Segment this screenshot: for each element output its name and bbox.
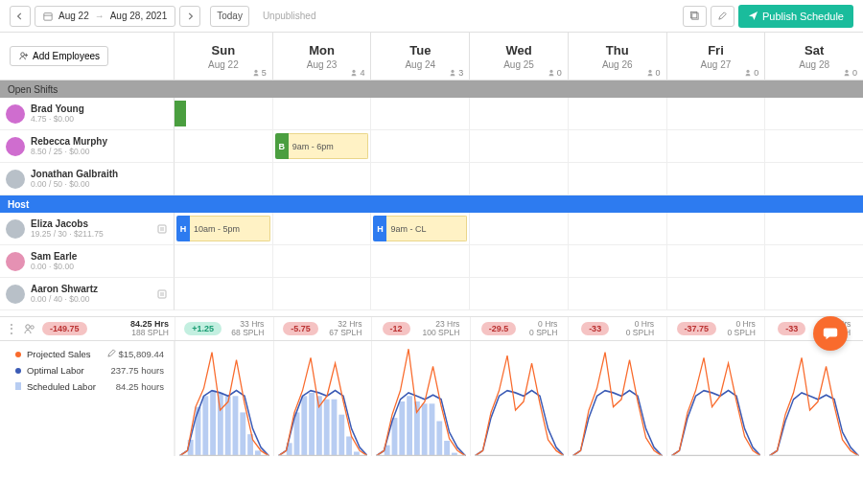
svg-rect-26 [210, 391, 216, 456]
svg-rect-50 [392, 418, 398, 456]
schedule-cell[interactable] [765, 98, 863, 130]
schedule-cell[interactable] [470, 98, 569, 130]
section-host[interactable]: Host [0, 195, 863, 213]
shift-tag: H [373, 216, 386, 241]
employee-name[interactable]: Brad Young [31, 103, 84, 114]
schedule-cell[interactable] [667, 130, 766, 163]
employee-row: Aaron Shwartz0.00 / 40 · $0.00 [0, 278, 863, 310]
employee-name[interactable]: Jonathan Galbraith [31, 169, 118, 179]
legend-value: 237.75 hours [111, 365, 164, 376]
schedule-cell[interactable]: B 9am - 6pm [273, 130, 372, 163]
day-stat-cell: +1.2533 Hrs68 SPLH [175, 317, 273, 340]
note-icon[interactable] [156, 223, 168, 235]
employee-name[interactable]: Eliza Jacobs [31, 218, 104, 229]
schedule-cell[interactable] [569, 130, 667, 163]
schedule-cell[interactable] [470, 213, 569, 245]
shift-tag: B [275, 133, 289, 159]
today-button[interactable]: Today [210, 6, 249, 27]
schedule-cell[interactable] [175, 98, 273, 130]
next-week-button[interactable] [179, 6, 200, 27]
note-icon[interactable] [156, 288, 168, 300]
employee-meta: 0.00 · $0.00 [31, 262, 77, 271]
employee-name[interactable]: Rebecca Murphy [31, 136, 107, 147]
schedule-cell[interactable] [371, 245, 470, 278]
svg-rect-38 [301, 396, 307, 456]
schedule-cell[interactable] [765, 213, 863, 245]
dot-icon [15, 352, 21, 357]
schedule-cell[interactable] [765, 278, 863, 310]
edit-schedule-button[interactable] [711, 6, 735, 27]
day-header-sat[interactable]: SatAug 28 0 [765, 33, 863, 80]
schedule-cell[interactable] [371, 278, 470, 310]
schedule-cell[interactable] [765, 163, 863, 195]
schedule-cell[interactable] [273, 245, 372, 278]
schedule-cell[interactable] [175, 163, 273, 195]
schedule-cell[interactable] [470, 245, 569, 278]
legend-label: Optimal Labor [27, 365, 84, 376]
day-header-sun[interactable]: Sun Aug 22 5 [175, 33, 273, 80]
schedule-cell[interactable] [765, 130, 863, 163]
prev-week-button[interactable] [10, 6, 31, 27]
people-icon [23, 322, 36, 335]
employee-name[interactable]: Sam Earle [31, 251, 77, 262]
schedule-cell[interactable] [569, 98, 667, 130]
schedule-cell[interactable] [470, 163, 569, 195]
employee-name[interactable]: Aaron Shwartz [31, 284, 98, 294]
schedule-cell[interactable] [667, 245, 766, 278]
shift-block[interactable]: B 9am - 6pm [275, 133, 369, 159]
pencil-icon[interactable] [107, 349, 116, 357]
week-splh: 188 SPLH [130, 329, 169, 337]
svg-point-8 [353, 70, 356, 73]
schedule-cell[interactable] [569, 278, 667, 310]
person-plus-icon [18, 51, 29, 61]
schedule-cell[interactable] [470, 278, 569, 310]
schedule-cell[interactable] [273, 278, 372, 310]
shift-block[interactable]: H9am - CL [373, 216, 467, 241]
add-employees-button[interactable]: Add Employees [10, 46, 108, 66]
schedule-cell[interactable] [273, 163, 372, 195]
employee-row: Brad Young 4.75 · $0.00 [0, 98, 863, 130]
day-chart [568, 341, 666, 456]
schedule-cell[interactable] [667, 213, 766, 245]
schedule-cell[interactable] [273, 213, 372, 245]
schedule-cell[interactable] [569, 163, 667, 195]
week-variance-pill: -149.75 [42, 322, 87, 335]
schedule-cell[interactable] [667, 163, 766, 195]
day-header-tue[interactable]: TueAug 24 3 [371, 33, 470, 80]
schedule-cell[interactable] [175, 278, 273, 310]
day-chart [175, 341, 273, 456]
schedule-cell[interactable] [175, 130, 273, 163]
date-range-picker[interactable]: Aug 22 → Aug 28, 2021 [35, 6, 175, 27]
partial-shift[interactable] [175, 101, 186, 126]
schedule-cell[interactable] [371, 130, 470, 163]
day-variance-pill: -33 [581, 322, 609, 335]
help-chat-button[interactable] [813, 316, 848, 351]
drag-handle-icon[interactable]: ⋮ [6, 322, 17, 335]
schedule-cell[interactable] [667, 278, 766, 310]
person-icon [350, 69, 358, 77]
publish-button[interactable]: Publish Schedule [738, 5, 853, 28]
day-header-fri[interactable]: FriAug 27 0 [667, 33, 766, 80]
schedule-cell[interactable] [667, 98, 766, 130]
day-header-wed[interactable]: WedAug 25 0 [470, 33, 569, 80]
section-open-shifts[interactable]: Open Shifts [0, 80, 863, 98]
day-header-mon[interactable]: MonAug 23 4 [273, 33, 372, 80]
employee-row: Eliza Jacobs19.25 / 30 · $211.75 H10am -… [0, 213, 863, 245]
schedule-cell[interactable] [371, 163, 470, 195]
schedule-cell[interactable] [765, 245, 863, 278]
schedule-cell[interactable] [371, 98, 470, 130]
svg-point-11 [648, 70, 651, 73]
schedule-cell[interactable] [273, 98, 372, 130]
shift-block[interactable]: H10am - 5pm [176, 216, 270, 241]
schedule-cell[interactable] [569, 245, 667, 278]
employee-meta: 8.50 / 25 · $0.00 [31, 147, 107, 156]
svg-rect-51 [400, 401, 406, 456]
day-stat-cell: -330 Hrs0 SPLH [568, 317, 666, 340]
copy-schedule-button[interactable] [683, 6, 707, 27]
schedule-cell[interactable]: H10am - 5pm [175, 213, 273, 245]
schedule-cell[interactable] [470, 130, 569, 163]
day-header-thu[interactable]: ThuAug 26 0 [569, 33, 667, 80]
schedule-cell[interactable] [569, 213, 667, 245]
schedule-cell[interactable] [175, 245, 273, 278]
schedule-cell[interactable]: H9am - CL [371, 213, 470, 245]
